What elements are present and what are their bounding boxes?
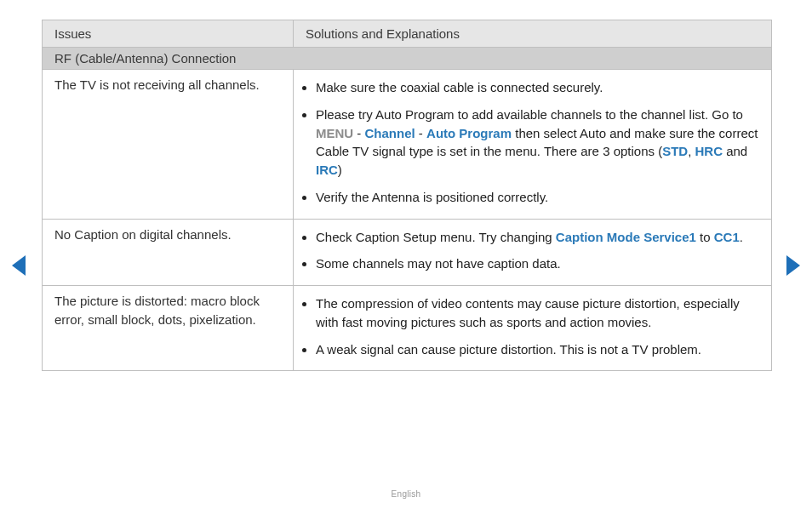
list-item: Verify the Antenna is positioned correct… — [316, 188, 759, 207]
list-item: Make sure the coaxial cable is connected… — [316, 78, 759, 97]
section-heading: RF (Cable/Antenna) Connection — [43, 48, 771, 70]
list-item: Some channels may not have caption data. — [316, 254, 759, 273]
solution-text: Check Caption Setup menu. Try changing — [316, 230, 556, 244]
manual-page: Issues Solutions and Explanations RF (Ca… — [0, 0, 812, 531]
solution-text: , — [688, 144, 695, 158]
page-language-label: English — [0, 489, 812, 499]
list-item: A weak signal can cause picture distorti… — [316, 340, 759, 359]
solution-text: Please try Auto Program to add available… — [316, 107, 743, 122]
solution-text: to — [696, 230, 714, 244]
option-label: Caption Mode Service1 — [556, 230, 696, 244]
menu-path-label: MENU — [316, 126, 353, 140]
next-page-arrow[interactable] — [786, 255, 800, 276]
issue-cell: The picture is distorted: macro block er… — [43, 286, 294, 370]
table-row: No Caption on digital channels. Check Ca… — [43, 220, 771, 287]
solution-text: ) — [338, 163, 342, 177]
issue-cell: The TV is not receiving all channels. — [43, 70, 294, 219]
table-header-row: Issues Solutions and Explanations — [43, 20, 771, 48]
list-item: The compression of video contents may ca… — [316, 294, 759, 332]
issue-cell: No Caption on digital channels. — [43, 220, 294, 286]
solution-text: - — [415, 126, 426, 140]
solution-cell: The compression of video contents may ca… — [294, 286, 771, 370]
table-row: The picture is distorted: macro block er… — [43, 286, 771, 371]
menu-path-label: Channel — [365, 126, 415, 140]
option-label: CC1 — [714, 230, 740, 244]
solution-text: - — [353, 126, 364, 140]
solution-text: . — [740, 230, 743, 244]
header-issues: Issues — [43, 20, 294, 47]
table-row: The TV is not receiving all channels. Ma… — [43, 70, 771, 220]
list-item: Please try Auto Program to add available… — [316, 106, 759, 180]
menu-path-label: Auto Program — [426, 126, 512, 140]
solution-list: Make sure the coaxial cable is connected… — [299, 78, 764, 207]
option-label: STD — [662, 144, 688, 158]
solution-cell: Check Caption Setup menu. Try changing C… — [294, 220, 771, 286]
solution-cell: Make sure the coaxial cable is connected… — [294, 70, 771, 219]
prev-page-arrow[interactable] — [12, 255, 26, 276]
solution-list: Check Caption Setup menu. Try changing C… — [299, 228, 764, 274]
header-solutions: Solutions and Explanations — [294, 20, 771, 47]
list-item: Check Caption Setup menu. Try changing C… — [316, 228, 759, 247]
solution-text: and — [723, 144, 747, 158]
option-label: IRC — [316, 163, 338, 177]
option-label: HRC — [695, 144, 723, 158]
solution-list: The compression of video contents may ca… — [299, 294, 764, 358]
troubleshooting-table: Issues Solutions and Explanations RF (Ca… — [42, 20, 772, 371]
